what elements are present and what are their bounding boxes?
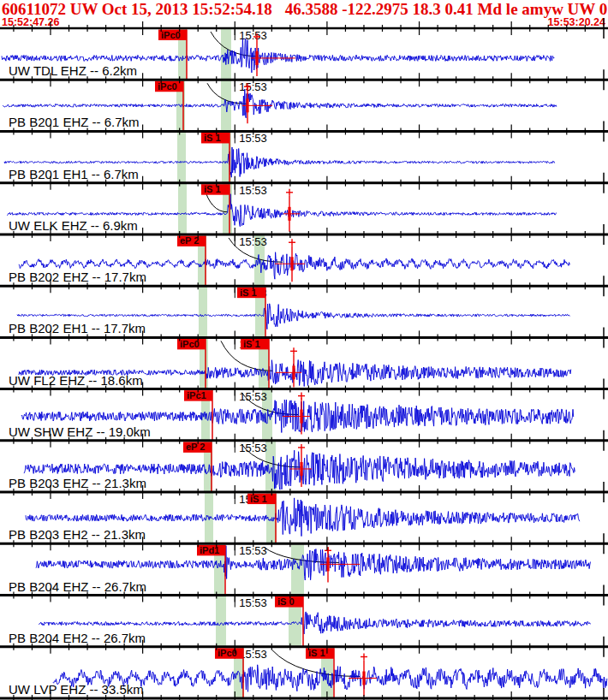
coda-bar-thick: [255, 51, 258, 65]
trace-station-label: PB B201 EH1 -- 6.7km: [9, 167, 139, 181]
phase-window-band: [216, 596, 226, 646]
trace-station-label: UW ELK EHZ -- 6.9km: [9, 218, 138, 233]
pick-label: iS 1: [204, 133, 221, 143]
trace-station-label: UW LVP EHZ -- 33.5km: [9, 682, 144, 697]
pick-label: eP 2: [180, 235, 199, 246]
trace-station-label: PB B204 EH2 -- 26.7km: [9, 631, 146, 645]
trace-station-label: UW TDL EHZ -- 6.2km: [9, 63, 137, 78]
waveform-viewer-window: 60611072 UW Oct 15, 2013 15:52:54.18 46.…: [0, 0, 608, 700]
pick-label: iPc0: [180, 339, 200, 349]
trace-panel: 15:53iPc0iS 1UW LVP EHZ -- 33.5km: [9, 648, 607, 698]
trace-panel: 15:53eP 2PB B202 EHZ -- 17.7km: [9, 235, 569, 286]
trace-station-label: UW SHW EHZ -- 19.0km: [9, 424, 151, 439]
waveform-trace[interactable]: [3, 89, 557, 118]
trace-station-label: PB B202 EH1 -- 17.7km: [9, 321, 146, 335]
coda-duration-marker[interactable]: [320, 547, 360, 582]
coda-bar-thick: [246, 98, 248, 112]
trace-panel: 15:53iS 1PB B203 EH2 -- 21.3km: [9, 493, 580, 543]
trace-station-label: PB B203 EHZ -- 21.3km: [9, 476, 146, 490]
phase-window-band: [291, 544, 304, 594]
coda-bar-thick: [290, 257, 293, 270]
coda-bar-thick: [292, 365, 295, 379]
trace-panel: 15:53iS 0PB B204 EH2 -- 26.7km: [9, 596, 591, 647]
coda-bar-thick: [300, 410, 302, 424]
phase-window-band: [199, 287, 207, 336]
trace-panel: 15:53iPd1PB B204 EHZ -- 26.7km: [9, 544, 591, 595]
coda-bar-thick: [362, 672, 365, 685]
trace-panel: 15:53iS 1PB B201 EH1 -- 6.7km: [4, 132, 555, 182]
phase-window-band: [178, 184, 187, 234]
coda-bar-thick: [326, 557, 329, 571]
trace-station-label: PB B201 EHZ -- 6.7km: [9, 115, 140, 129]
pick-label: iS 1: [250, 494, 267, 504]
pick-label: iPc0: [218, 648, 237, 658]
trace-panel: 15:53eP 2PB B203 EHZ -- 21.3km: [9, 442, 575, 492]
pick-label: iPc0: [161, 30, 181, 40]
pick-label: iPc1: [187, 390, 206, 400]
coda-duration-marker[interactable]: [289, 444, 312, 487]
pick-label: iS 1: [308, 648, 325, 658]
trace-station-label: PB B203 EH2 -- 21.3km: [9, 527, 146, 542]
pick-label: iPc0: [158, 81, 177, 92]
trace-station-label: PB B204 EHZ -- 26.7km: [9, 579, 146, 594]
phase-window-band: [177, 132, 186, 181]
trace-panel: 15:53iS 1UW ELK EHZ -- 6.9km: [7, 184, 557, 234]
pick-label: iS 0: [277, 596, 295, 607]
trace-panel: 15:53iPc0iS 1UW FL2 EHZ -- 18.6km: [9, 338, 571, 389]
trace-panel: 15:53iPc0PB B201 EHZ -- 6.7km: [3, 80, 557, 131]
coda-bar-thick: [300, 462, 302, 476]
pick-label: eP 2: [186, 442, 205, 452]
pick-label: iS 1: [204, 184, 221, 194]
pick-label: iS 1: [240, 288, 257, 298]
trace-panel: 15:53iPc1UW SHW EHZ -- 19.0km: [9, 390, 574, 441]
waveform-trace[interactable]: [36, 546, 591, 580]
trace-panel: 15:53iS 1PB B202 EH1 -- 17.7km: [9, 287, 569, 337]
coda-bar-thick: [288, 207, 290, 221]
seismogram-canvas[interactable]: 15:53iPc0UW TDL EHZ -- 6.2km15:53iPc0PB …: [0, 0, 608, 700]
trace-station-label: UW FL2 EHZ -- 18.6km: [9, 373, 143, 388]
trace-panel: 15:53iPc0UW TDL EHZ -- 6.2km: [2, 29, 554, 80]
pick-label: iS 1: [243, 339, 260, 349]
trace-station-label: PB B202 EHZ -- 17.7km: [9, 270, 146, 284]
